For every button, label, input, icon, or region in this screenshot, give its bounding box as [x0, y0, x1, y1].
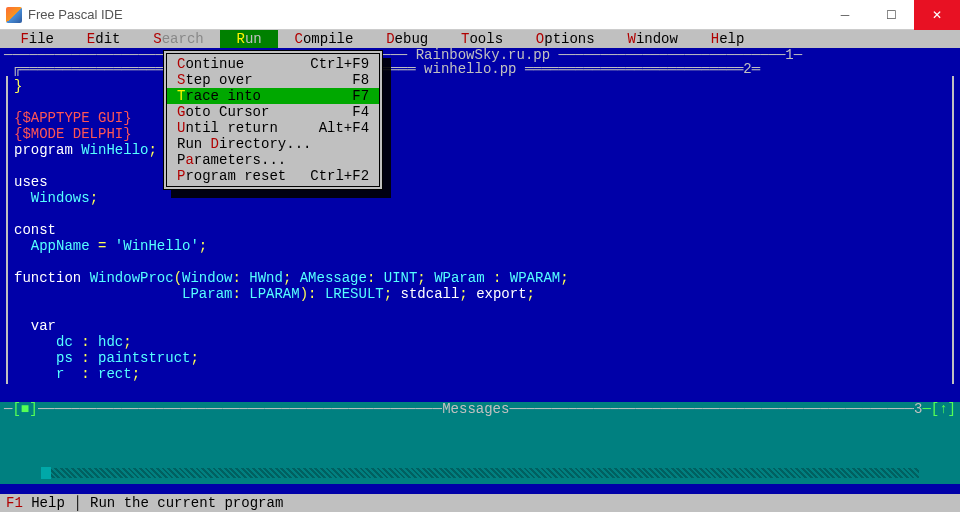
- status-f1-key[interactable]: F1: [6, 495, 23, 511]
- messages-body[interactable]: [0, 416, 960, 466]
- code-line[interactable]: var: [14, 318, 946, 334]
- run-menu-item[interactable]: Program resetCtrl+F2: [167, 168, 379, 184]
- run-menu-dropdown: ContinueCtrl+F9Step overF8Trace intoF7Go…: [163, 50, 383, 190]
- workspace: ────────────────────────────────────────…: [0, 48, 960, 494]
- code-line[interactable]: dc : hdc;: [14, 334, 946, 350]
- code-line[interactable]: [14, 206, 946, 222]
- code-line[interactable]: Windows;: [14, 190, 946, 206]
- status-help[interactable]: Help: [23, 495, 73, 511]
- active-tab-line: ╔═══════════════════════════════════════…: [0, 62, 960, 76]
- window-titlebar: Free Pascal IDE ─ ☐ ✕: [0, 0, 960, 30]
- maximize-button[interactable]: ☐: [868, 0, 914, 30]
- messages-close-icon[interactable]: [■]: [12, 402, 37, 416]
- code-line[interactable]: function WindowProc(Window: HWnd; AMessa…: [14, 270, 946, 286]
- menu-debug[interactable]: Debug: [370, 30, 445, 48]
- messages-scroll-thumb[interactable]: [41, 467, 51, 479]
- code-line[interactable]: r : rect;: [14, 366, 946, 382]
- menu-edit[interactable]: Edit: [70, 30, 136, 48]
- status-hint: Run the current program: [90, 495, 283, 511]
- menu-search[interactable]: Search: [137, 30, 220, 48]
- code-line[interactable]: [14, 94, 946, 110]
- code-line[interactable]: [14, 254, 946, 270]
- active-tab-label[interactable]: winhello.pp: [424, 62, 516, 76]
- background-tab-label[interactable]: RainbowSky.ru.pp: [416, 48, 550, 62]
- code-line[interactable]: program WinHello;: [14, 142, 946, 158]
- messages-title: Messages: [442, 402, 509, 416]
- run-menu-item[interactable]: Run Directory...: [167, 136, 379, 152]
- run-menu-item[interactable]: Step overF8: [167, 72, 379, 88]
- minimize-button[interactable]: ─: [822, 0, 868, 30]
- code-line[interactable]: {$APPTYPE GUI}: [14, 110, 946, 126]
- run-menu-item[interactable]: Until returnAlt+F4: [167, 120, 379, 136]
- code-line[interactable]: {$MODE DELPHI}: [14, 126, 946, 142]
- run-menu-item[interactable]: Trace intoF7: [167, 88, 379, 104]
- background-tab-line: ────────────────────────────────────────…: [0, 48, 960, 62]
- background-tab-num: 1: [785, 48, 793, 62]
- code-line[interactable]: }: [14, 78, 946, 94]
- window-title: Free Pascal IDE: [28, 7, 123, 22]
- window-buttons: ─ ☐ ✕: [822, 0, 960, 30]
- app-icon: [6, 7, 22, 23]
- messages-titlebar: ─[■]────────────────────────────────────…: [0, 402, 960, 416]
- menubar: File Edit Search Run Compile Debug Tools…: [0, 30, 960, 48]
- active-tab-num: 2: [743, 62, 751, 76]
- code-line[interactable]: const: [14, 222, 946, 238]
- code-line[interactable]: uses: [14, 174, 946, 190]
- run-menu-item[interactable]: Goto CursorF4: [167, 104, 379, 120]
- messages-scroll-track[interactable]: [41, 468, 919, 478]
- menu-run[interactable]: Run: [220, 30, 278, 48]
- messages-scrollbar: ── ──: [0, 466, 960, 480]
- code-editor[interactable]: } {$APPTYPE GUI}{$MODE DELPHI}program Wi…: [8, 76, 952, 384]
- menu-file[interactable]: File: [4, 30, 70, 48]
- messages-up-icon[interactable]: ─[↑]: [922, 402, 956, 416]
- menu-options[interactable]: Options: [519, 30, 611, 48]
- menu-compile[interactable]: Compile: [278, 30, 370, 48]
- status-separator: │: [73, 495, 90, 511]
- messages-panel: ─[■]────────────────────────────────────…: [0, 402, 960, 484]
- editor-frame: } {$APPTYPE GUI}{$MODE DELPHI}program Wi…: [6, 76, 954, 384]
- menu-window[interactable]: Window: [611, 30, 694, 48]
- code-line[interactable]: AppName = 'WinHello';: [14, 238, 946, 254]
- menu-tools[interactable]: Tools: [445, 30, 520, 48]
- code-line[interactable]: LParam: LPARAM): LRESULT; stdcall; expor…: [14, 286, 946, 302]
- statusbar: F1 Help │ Run the current program: [0, 494, 960, 512]
- code-line[interactable]: ps : paintstruct;: [14, 350, 946, 366]
- code-line[interactable]: [14, 302, 946, 318]
- run-menu-item[interactable]: Parameters...: [167, 152, 379, 168]
- menu-help[interactable]: Help: [694, 30, 760, 48]
- close-button[interactable]: ✕: [914, 0, 960, 30]
- code-line[interactable]: [14, 158, 946, 174]
- run-menu-item[interactable]: ContinueCtrl+F9: [167, 56, 379, 72]
